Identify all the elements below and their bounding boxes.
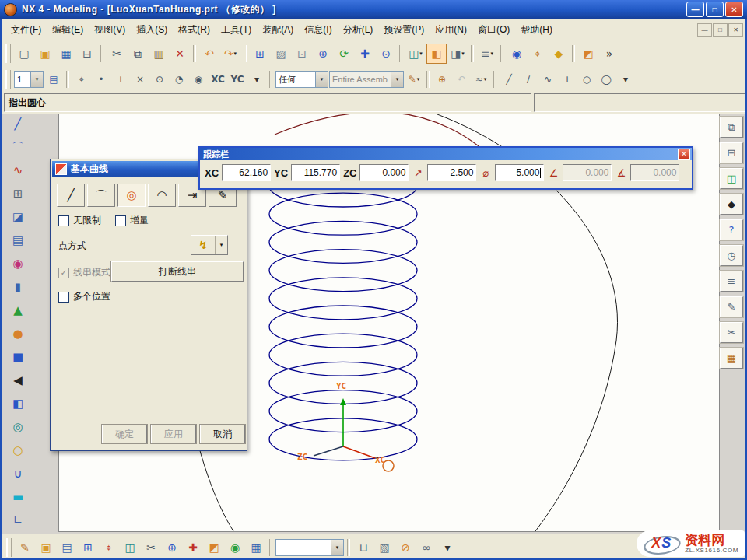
copy-button[interactable]: ⧉ (128, 44, 148, 64)
flag-button[interactable]: ◩ (204, 537, 224, 558)
line-tool-button[interactable]: ╱ (500, 70, 518, 89)
open-recent-button[interactable]: ▣ (36, 537, 56, 558)
training-button[interactable]: ◆ (720, 194, 743, 215)
spline-curve-button[interactable]: ∿ (7, 160, 29, 181)
wcs-dynamics-button[interactable]: ⊕ (433, 70, 451, 89)
save-button[interactable]: ▦ (56, 44, 76, 64)
tracking-bar-title-bar[interactable]: 跟踪栏 ✕ (200, 148, 692, 160)
inferred-line-button[interactable]: ∕ (519, 70, 538, 89)
snap-arc-center-button[interactable]: ⊙ (150, 70, 169, 89)
menu-p[interactable]: 预设置(P) (378, 20, 430, 40)
datum-plane-button[interactable]: ▨ (271, 44, 291, 64)
menu-s[interactable]: 插入(S) (131, 20, 173, 40)
csys-orient-button[interactable]: ⌖ (528, 44, 548, 64)
snap-existing-point-button[interactable]: ◉ (189, 70, 208, 89)
redo-button[interactable]: ↷▾ (220, 44, 240, 64)
selection-mode-button[interactable]: ✎ (15, 537, 35, 558)
revolve-feature-button[interactable]: ◎ (7, 417, 29, 438)
sketch-button[interactable]: ⊞ (250, 44, 270, 64)
snapshot-button[interactable]: ⊡ (292, 44, 312, 64)
ball-feature-button[interactable]: ● (7, 324, 29, 345)
sheet-button[interactable]: ▦ (246, 537, 266, 558)
snap-endpoint-button[interactable]: • (92, 70, 110, 89)
sweep-feature-button[interactable]: ∪ (7, 464, 29, 485)
multiple-positions-checkbox[interactable]: 多个位置 (58, 290, 110, 303)
yc-input[interactable]: 115.770 (291, 164, 340, 181)
toolbar-overflow-button[interactable]: » (599, 44, 619, 64)
menu-a[interactable]: 装配(A) (257, 20, 299, 40)
zoom-bottom-button[interactable]: ⊕ (162, 537, 182, 558)
chevron-down-icon[interactable]: ▾ (461, 51, 465, 57)
grid-snap-button[interactable]: ⊞ (78, 537, 98, 558)
delete-button[interactable]: ✕ (170, 44, 190, 64)
display-mode-button[interactable]: ◫▾ (405, 44, 426, 64)
line-basic-tool[interactable]: ╱ (57, 184, 85, 207)
menu-i[interactable]: 信息(I) (299, 20, 337, 40)
close-icon[interactable]: ✕ (678, 149, 690, 160)
minimize-button[interactable]: — (686, 2, 704, 17)
paste-button[interactable]: ▥ (149, 44, 169, 64)
assembly-navigator-button[interactable]: ⧉ (720, 117, 743, 138)
pan-button[interactable]: ✚ (355, 44, 375, 64)
selection-priority-combo[interactable]: ▾ (275, 539, 344, 556)
arc-basic-tool[interactable]: ⌒ (87, 184, 115, 207)
chevron-down-icon[interactable]: ▾ (315, 72, 328, 87)
selection-filter-combo[interactable]: 任何▾ (275, 71, 328, 88)
annotation-button[interactable]: ✎ (720, 296, 743, 317)
toolbar-grip[interactable] (6, 538, 12, 557)
chevron-down-icon[interactable]: ▾ (417, 76, 420, 82)
chevron-down-icon[interactable]: ▾ (234, 51, 237, 57)
window-display-button[interactable]: ◩ (578, 44, 598, 64)
cylinder-feature-button[interactable]: ▮ (7, 277, 29, 298)
unbounded-checkbox[interactable]: 无限制 (58, 214, 101, 227)
menu-n[interactable]: 应用(N) (430, 20, 472, 40)
cone-feature-button[interactable]: ▲ (7, 300, 29, 321)
fit-view-button[interactable]: ⊙ (376, 44, 396, 64)
internet-button[interactable]: ◉ (507, 44, 527, 64)
point-method-dropdown[interactable]: ↯ ▾ (191, 235, 228, 255)
chevron-down-icon[interactable]: ▾ (391, 72, 403, 87)
zc-input[interactable]: 0.000 (359, 164, 409, 181)
chevron-down-icon[interactable]: ▾ (331, 540, 343, 555)
chevron-down-icon[interactable]: ▾ (484, 76, 487, 82)
curve-options-button[interactable]: ▾ (616, 70, 635, 89)
spline-tool-button[interactable]: ∿ (538, 70, 557, 89)
increment-checkbox[interactable]: 增量 (115, 214, 149, 227)
extrude-feature-button[interactable]: ◧ (7, 394, 29, 415)
open-button[interactable]: ▣ (35, 44, 55, 64)
dual-view-button[interactable]: ◫ (120, 537, 140, 558)
cancel-button[interactable]: 取消 (200, 425, 245, 443)
menu-e[interactable]: 编辑(E) (47, 20, 89, 40)
new-file-button[interactable]: ▢ (14, 44, 34, 64)
menu-h[interactable]: 帮助(H) (515, 20, 558, 40)
restore-button[interactable]: □ (706, 2, 724, 17)
work-layer-combo[interactable]: 1▾ (14, 71, 44, 88)
snap-point-on-surface-button[interactable]: YC (228, 70, 247, 89)
bottom-options-button[interactable]: ▾ (437, 537, 458, 558)
red-plus-button[interactable]: ✚ (183, 537, 203, 558)
datum-plane-button[interactable]: ◪ (7, 207, 29, 228)
break-string-button[interactable]: 打断线串 (111, 261, 244, 282)
material-button[interactable]: ◆ (549, 44, 569, 64)
menu-r[interactable]: 格式(R) (173, 20, 216, 40)
wcs-back-button[interactable]: ↶ (452, 70, 471, 89)
print-button[interactable]: ⊟ (77, 44, 97, 64)
snap-midpoint-button[interactable]: + (111, 70, 130, 89)
wireframe-view-button[interactable]: ◨▾ (447, 44, 468, 64)
constraint-navigator-button[interactable]: ⊟ (720, 142, 743, 163)
collapse-left-button[interactable]: ◀ (7, 370, 29, 391)
undo-button[interactable]: ↶ (199, 44, 219, 64)
help-button[interactable]: ? (720, 219, 743, 240)
layer-settings-button[interactable]: ▤ (44, 70, 63, 89)
clip-plane-button[interactable]: ⊘ (395, 537, 416, 558)
trim-bottom-button[interactable]: ✂ (141, 537, 161, 558)
menu-f[interactable]: 文件(F) (5, 20, 47, 40)
mdi-restore-button[interactable]: □ (713, 23, 728, 37)
web-browser-button[interactable]: ▦ (720, 348, 743, 369)
block-feature-button[interactable]: ■ (7, 347, 29, 368)
selection-scope-combo[interactable]: Entire Assemb▾ (329, 71, 404, 88)
dock-window-button[interactable]: ⊔ (353, 537, 374, 558)
wcs-triad[interactable]: YC ZC XC (297, 381, 394, 471)
sphere-feature-button[interactable]: ◉ (7, 254, 29, 275)
cut-button[interactable]: ✂ (107, 44, 127, 64)
